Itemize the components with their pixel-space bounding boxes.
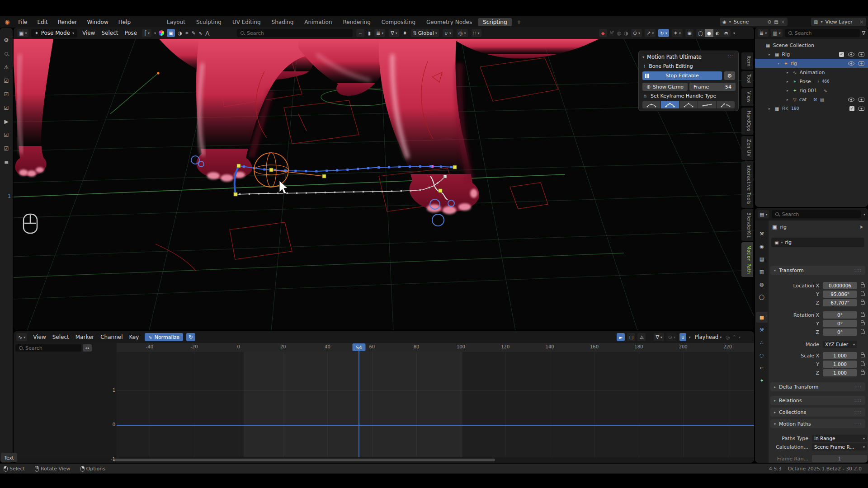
- property-field[interactable]: 67.707": [823, 299, 857, 306]
- graph-menu-marker[interactable]: Marker: [73, 334, 97, 340]
- show-gizmo-button[interactable]: ⊕ Show Gizmo: [642, 83, 688, 91]
- path-point[interactable]: [372, 191, 373, 192]
- path-point[interactable]: [296, 192, 297, 194]
- properties-tab-output[interactable]: ▤: [756, 253, 768, 264]
- menu-edit[interactable]: Edit: [32, 19, 52, 25]
- orientation-dropdown[interactable]: ⇅ Global ▾: [411, 29, 439, 37]
- path-point[interactable]: [305, 170, 307, 172]
- workspace-tab-compositing[interactable]: Compositing: [377, 18, 420, 26]
- sidebar-tab-interactive-tools[interactable]: Interactive Tools: [741, 161, 753, 207]
- path-point[interactable]: [382, 191, 383, 192]
- properties-search[interactable]: Search: [772, 210, 861, 218]
- check-icon[interactable]: ☑: [0, 132, 13, 138]
- graph-menu-channel[interactable]: Channel: [98, 334, 125, 340]
- workspace-tab-geometry-nodes[interactable]: Geometry Nodes: [421, 18, 477, 26]
- check-icon[interactable]: ☑: [0, 91, 13, 98]
- settings-gear-button[interactable]: ⚙: [724, 71, 735, 80]
- chevron-down-icon[interactable]: ▾: [689, 335, 690, 339]
- viewport-search[interactable]: Search: [237, 29, 353, 37]
- check-icon[interactable]: ☑: [0, 145, 13, 152]
- outliner-row-animation[interactable]: ▸∿Animation: [755, 68, 868, 77]
- graph-menu-key[interactable]: Key: [127, 334, 142, 340]
- sidebar-tab-zen-uv[interactable]: Zen UV: [741, 136, 753, 160]
- add-workspace-button[interactable]: +: [513, 19, 525, 25]
- viewport-menu-pose[interactable]: Pose: [122, 30, 139, 36]
- viewport-canvas[interactable]: ItemToolViewHardOpsZen UVInteractive Too…: [14, 39, 754, 330]
- outliner-row-scene-collection[interactable]: ▦Scene Collection: [755, 41, 868, 50]
- scrollbar-thumb[interactable]: [113, 459, 495, 461]
- brush-icon[interactable]: ✎: [192, 30, 196, 36]
- box-select-icon[interactable]: □: [627, 333, 635, 341]
- editor-type-button[interactable]: ▤▾: [758, 210, 769, 218]
- property-field[interactable]: 0°: [823, 320, 857, 327]
- editor-type-button[interactable]: ∿▾: [16, 333, 27, 341]
- expand-arrow-icon[interactable]: ▸: [787, 80, 790, 84]
- mode-dropdown[interactable]: ✦ Pose Mode ▾: [31, 29, 77, 38]
- property-dropdown[interactable]: XYZ Euler▾: [823, 341, 857, 348]
- properties-tab-particles[interactable]: ∴: [756, 337, 768, 348]
- eye-icon[interactable]: [848, 98, 854, 102]
- expand-arrow-icon[interactable]: ▸: [787, 70, 790, 75]
- camera-icon[interactable]: [859, 52, 864, 56]
- filter-stack-dropdown[interactable]: ▥▾: [771, 29, 782, 37]
- chevron-down-icon[interactable]: ▾: [733, 31, 735, 35]
- section-relations[interactable]: ▸Relations::::: [770, 396, 865, 405]
- property-field[interactable]: 95.086": [823, 291, 857, 298]
- path-point[interactable]: [306, 192, 307, 193]
- normalize-toggle[interactable]: ∿ Normalize: [145, 333, 183, 341]
- expand-arrows-button[interactable]: ↔: [83, 344, 92, 352]
- playhead-line[interactable]: [359, 352, 359, 457]
- horizontal-scrollbar[interactable]: [14, 457, 754, 463]
- expand-arrow-icon[interactable]: ▸: [769, 107, 772, 111]
- properties-tab-view-layer[interactable]: ▥: [756, 266, 768, 277]
- lock-icon[interactable]: [861, 322, 865, 325]
- properties-tab-object[interactable]: ■: [756, 312, 768, 323]
- wireframe-shading-button[interactable]: ◯: [696, 29, 705, 37]
- filter-dropdown[interactable]: ∇▾: [654, 333, 664, 341]
- path-point[interactable]: [367, 167, 369, 169]
- property-field[interactable]: 0.000006: [823, 282, 857, 289]
- path-point[interactable]: [287, 192, 288, 194]
- lock-icon[interactable]: [861, 284, 865, 287]
- path-point[interactable]: [336, 169, 338, 171]
- contrast-icon[interactable]: ◑: [624, 30, 628, 36]
- path-point[interactable]: [420, 189, 421, 191]
- proportional-dropdown[interactable]: ⊙▾: [666, 333, 677, 341]
- camera-icon[interactable]: [859, 98, 864, 102]
- camera-icon[interactable]: [859, 107, 864, 111]
- workspace-tab-rendering[interactable]: Rendering: [338, 18, 376, 26]
- check-icon[interactable]: ☑: [0, 105, 13, 111]
- panel-title[interactable]: ▾Motion Path Ultimate: [642, 54, 702, 60]
- armature-overlay-dropdown[interactable]: ✶▾: [672, 29, 683, 37]
- stack-icon[interactable]: ▤: [820, 97, 824, 102]
- workspace-tab-scripting[interactable]: Scripting: [478, 18, 512, 26]
- gradient-sphere-icon[interactable]: ◍: [617, 30, 622, 36]
- text-editor-tab[interactable]: Text: [1, 453, 17, 462]
- pinch-icon[interactable]: ⋀: [205, 30, 209, 36]
- handle-type-vector-button[interactable]: [679, 101, 698, 108]
- path-point[interactable]: [450, 166, 453, 168]
- annotate-dropdown[interactable]: ⊙▾: [631, 29, 642, 37]
- workspace-tab-uv-editing[interactable]: UV Editing: [227, 18, 266, 26]
- warning-icon[interactable]: ⚠: [0, 64, 13, 70]
- shield-icon[interactable]: ♦: [403, 30, 407, 36]
- proportional-dropdown[interactable]: ◎▾: [457, 29, 468, 37]
- workspace-tab-shading[interactable]: Shading: [267, 18, 299, 26]
- property-field[interactable]: 1.000: [823, 369, 857, 376]
- warning-icon[interactable]: ⚠: [637, 333, 646, 341]
- lock-icon[interactable]: [861, 371, 865, 375]
- path-point[interactable]: [353, 191, 354, 192]
- lock-icon[interactable]: [861, 314, 865, 317]
- curve-area[interactable]: [117, 352, 754, 457]
- outliner-search[interactable]: Search: [785, 29, 860, 37]
- copy-icon[interactable]: ◎: [726, 334, 730, 340]
- path-point[interactable]: [377, 166, 380, 169]
- path-point[interactable]: [263, 169, 265, 171]
- lock-icon[interactable]: [861, 354, 865, 357]
- close-icon[interactable]: ×: [781, 19, 785, 24]
- viewport-menu-view[interactable]: View: [80, 30, 97, 36]
- select-box-icon[interactable]: ▣: [167, 29, 175, 37]
- handle-type-free-button[interactable]: [717, 101, 735, 108]
- chevron-down-icon[interactable]: ▾: [863, 212, 865, 216]
- path-point[interactable]: [268, 192, 269, 194]
